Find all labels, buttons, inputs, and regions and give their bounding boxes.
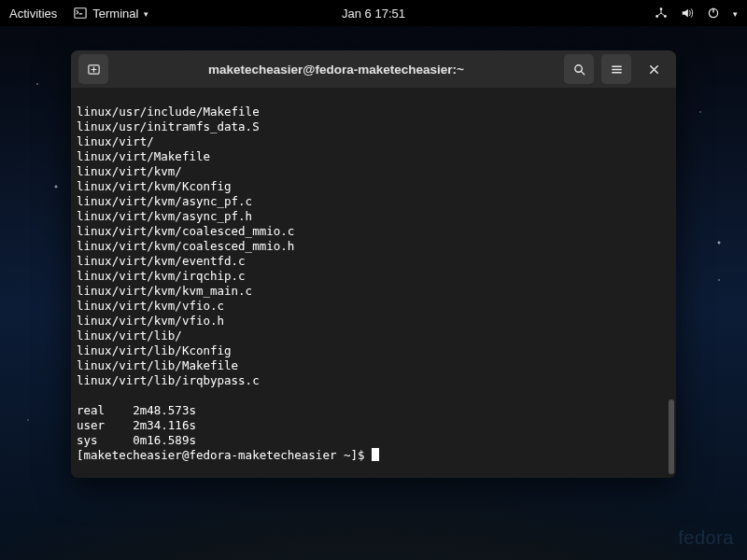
- fedora-watermark: fedora: [678, 527, 734, 549]
- time-real: real 2m48.573s: [77, 403, 196, 417]
- time-sys: sys 0m16.589s: [77, 433, 196, 447]
- app-menu-label: Terminal: [92, 7, 138, 21]
- time-user: user 2m34.116s: [77, 418, 196, 432]
- terminal-output[interactable]: linux/usr/include/Makefile linux/usr/ini…: [71, 88, 676, 478]
- gnome-top-bar: Activities Terminal ▾ Jan 6 17:51 ▾: [0, 0, 747, 26]
- scrollbar[interactable]: [669, 90, 674, 476]
- status-area[interactable]: ▾: [655, 7, 738, 20]
- dropdown-triangle-icon: ▾: [144, 9, 148, 19]
- scrollbar-thumb[interactable]: [669, 399, 674, 474]
- svg-rect-5: [712, 7, 713, 12]
- dropdown-triangle-icon: ▾: [733, 9, 738, 19]
- window-title: maketecheasier@fedora-maketecheasier:~: [116, 63, 557, 77]
- new-tab-button[interactable]: [78, 54, 108, 84]
- terminal-titlebar[interactable]: maketecheasier@fedora-maketecheasier:~: [71, 50, 676, 88]
- text-cursor: [372, 448, 379, 461]
- close-button[interactable]: [639, 54, 669, 84]
- volume-icon: [681, 7, 694, 20]
- shell-prompt: [maketecheasier@fedora-maketecheasier ~]…: [77, 448, 372, 462]
- terminal-app-icon: [74, 7, 87, 20]
- power-icon: [707, 7, 720, 20]
- network-icon: [655, 7, 668, 20]
- app-menu[interactable]: Terminal ▾: [74, 7, 148, 21]
- svg-rect-0: [75, 8, 86, 19]
- search-button[interactable]: [564, 54, 594, 84]
- hamburger-menu-button[interactable]: [601, 54, 631, 84]
- svg-point-1: [660, 7, 663, 10]
- activities-button[interactable]: Activities: [9, 7, 57, 21]
- terminal-window: maketecheasier@fedora-maketecheasier:~ l…: [71, 50, 676, 478]
- clock[interactable]: Jan 6 17:51: [342, 7, 405, 21]
